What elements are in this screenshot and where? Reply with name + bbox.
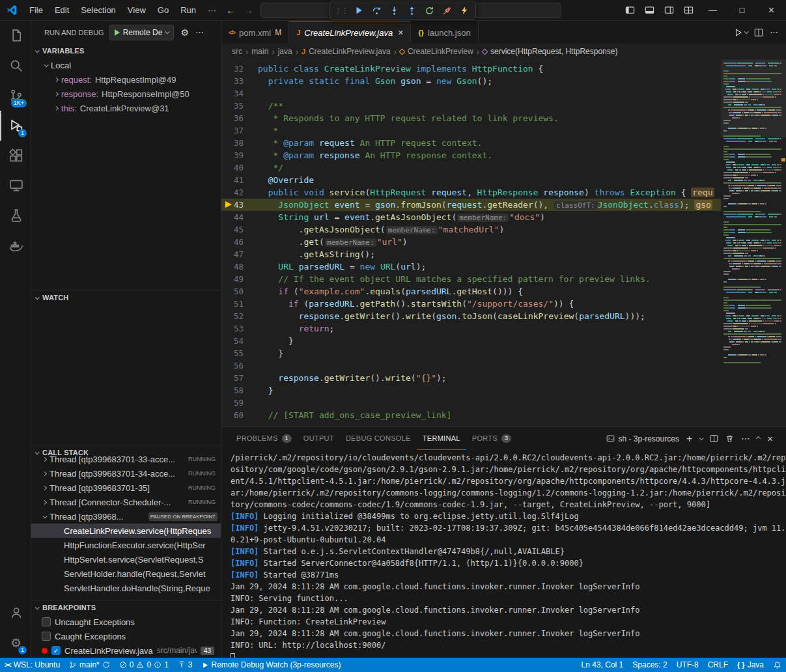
menu-file[interactable]: File — [23, 3, 49, 18]
tab-ports[interactable]: PORTS 3 — [466, 427, 518, 450]
encoding-indicator[interactable]: UTF-8 — [672, 658, 703, 672]
code-line-44[interactable]: 44 String url = event.getAsJsonObject(me… — [221, 211, 721, 223]
line-number[interactable]: 49 — [221, 273, 258, 285]
line-number[interactable]: 57 — [221, 372, 258, 384]
split-editor-icon[interactable] — [754, 28, 763, 37]
line-number[interactable]: 58 — [221, 384, 258, 397]
code-line-33[interactable]: 33 private static final Gson gson = new … — [221, 75, 721, 87]
line-number[interactable]: 53 — [221, 322, 258, 335]
callstack-thread[interactable]: Thread [qtp399683701-33-acce...RUNNING — [31, 452, 221, 466]
breadcrumb-main[interactable]: main — [251, 47, 268, 56]
line-number[interactable]: 45 — [221, 223, 258, 236]
line-number[interactable]: 54 — [221, 335, 258, 347]
breadcrumb-file[interactable]: CreateLinkPreview.java — [309, 47, 390, 56]
terminal-profile-chevron-icon[interactable] — [699, 436, 704, 440]
indentation-indicator[interactable]: Spaces: 2 — [628, 658, 671, 672]
code-pane[interactable]: 32public class CreateLinkPreview impleme… — [221, 59, 721, 427]
code-line-43[interactable]: 43 JsonObject event = gson.fromJson(requ… — [221, 199, 721, 211]
breadcrumb-method[interactable]: service(HttpRequest, HttpResponse) — [490, 47, 617, 56]
variable-this[interactable]: this:CreateLinkPreview@31 — [31, 101, 221, 115]
run-java-button[interactable] — [734, 28, 748, 37]
language-mode[interactable]: { } Java — [733, 658, 768, 672]
breakpoint-caught-exceptions[interactable]: Caught Exceptions — [31, 629, 221, 643]
code-line-49[interactable]: 49 // If the event object URL matches a … — [221, 273, 721, 285]
breakpoints-section-header[interactable]: BREAKPOINTS — [31, 600, 221, 615]
line-number[interactable]: 36 — [221, 112, 258, 124]
toggle-secondary-sidebar-icon[interactable] — [659, 0, 679, 20]
variable-response[interactable]: response:HttpResponseImpl@50 — [31, 87, 221, 101]
line-number[interactable]: 42 — [221, 186, 258, 199]
code-line-37[interactable]: 37 * — [221, 124, 721, 137]
line-number[interactable]: 43 — [221, 199, 258, 211]
ports-indicator[interactable]: 3 — [173, 658, 197, 672]
line-number[interactable]: 56 — [221, 359, 258, 372]
checkbox-unchecked[interactable] — [42, 617, 51, 626]
code-line-51[interactable]: 51 if (parsedURL.getPath().startsWith("/… — [221, 298, 721, 310]
checkbox-unchecked[interactable] — [42, 632, 51, 641]
panel-more-actions-icon[interactable]: ⋯ — [741, 434, 750, 443]
debug-disconnect-button[interactable] — [438, 3, 455, 18]
breadcrumb-class[interactable]: CreateLinkPreview — [408, 47, 473, 56]
tab-terminal[interactable]: TERMINAL — [417, 427, 466, 450]
menu-more[interactable]: ··· — [202, 3, 222, 18]
code-line-41[interactable]: 41 @Override — [221, 174, 721, 186]
code-line-58[interactable]: 58 } — [221, 384, 721, 397]
callstack-thread[interactable]: Thread [qtp39968...PAUSED ON BREAKPOINT — [31, 509, 221, 524]
breadcrumb-src[interactable]: src — [232, 47, 242, 56]
code-line-45[interactable]: 45 .getAsJsonObject(memberName:"matchedU… — [221, 223, 721, 236]
editor-more-actions-icon[interactable]: ⋯ — [770, 27, 778, 37]
menu-run[interactable]: Run — [175, 3, 202, 18]
breadcrumb-java[interactable]: java — [278, 47, 292, 56]
code-editor[interactable]: 32public class CreateLinkPreview impleme… — [221, 59, 786, 427]
new-terminal-button[interactable]: + — [686, 433, 692, 445]
breakpoint-item[interactable]: ✓ CreateLinkPreview.java src/main/java 4… — [31, 643, 221, 658]
code-line-47[interactable]: 47 .getAsString(); — [221, 248, 721, 260]
code-line-57[interactable]: 57 response.getWriter().write("{}"); — [221, 372, 721, 384]
line-number[interactable]: 60 — [221, 409, 258, 421]
debug-toolbar-grip[interactable]: ⋮⋮ — [333, 7, 350, 15]
tab-pom-xml[interactable]: </> pom.xml M — [221, 21, 289, 44]
problems-indicator[interactable]: 0 0 1 — [115, 658, 173, 672]
line-number[interactable]: 35 — [221, 100, 258, 112]
debug-step-out-button[interactable] — [403, 3, 420, 18]
line-number[interactable]: 39 — [221, 149, 258, 161]
line-number[interactable]: 38 — [221, 137, 258, 149]
callstack-thread[interactable]: Thread [qtp399683701-35]RUNNING — [31, 481, 221, 495]
code-line-38[interactable]: 38 * @param request An HTTP request cont… — [221, 137, 721, 149]
variables-scope-local[interactable]: Local — [31, 58, 221, 72]
code-line-48[interactable]: 48 URL parsedURL = new URL(url); — [221, 260, 721, 273]
navigate-forward-icon[interactable]: → — [240, 5, 257, 16]
debug-status[interactable]: Remote Debug Watch (3p-resources) — [197, 658, 346, 672]
window-close-button[interactable]: × — [757, 0, 786, 20]
callstack-thread[interactable]: Thread [Connector-Scheduler-...RUNNING — [31, 495, 221, 509]
kill-terminal-trash-icon[interactable] — [725, 434, 734, 443]
callstack-frame[interactable]: HttpServlet.service(ServletRequest,S — [31, 552, 221, 567]
checkbox-checked[interactable]: ✓ — [51, 646, 61, 655]
git-branch-indicator[interactable]: main* — [64, 658, 115, 672]
callstack-frame[interactable]: CreateLinkPreview.service(HttpReques — [31, 524, 221, 538]
callstack-frame[interactable]: ServletHandler.doHandle(String,Reque — [31, 581, 221, 595]
code-line-60[interactable]: 60 // [START add_ons_case_preview_link] — [221, 409, 721, 421]
code-line-56[interactable]: 56 — [221, 359, 721, 372]
tab-debug-console[interactable]: DEBUG CONSOLE — [340, 427, 417, 450]
customize-layout-icon[interactable] — [679, 0, 698, 20]
callstack-thread[interactable]: Thread [qtp399683701-34-acce...RUNNING — [31, 466, 221, 481]
line-number[interactable]: 47 — [221, 248, 258, 260]
activity-source-control-icon[interactable]: 1K+ — [0, 81, 31, 111]
code-line-54[interactable]: 54 } — [221, 335, 721, 347]
debug-settings-gear-icon[interactable]: ⚙ — [180, 28, 189, 37]
menu-view[interactable]: View — [122, 3, 152, 18]
terminal-instance[interactable]: sh - 3p-resources — [606, 434, 679, 443]
navigate-back-icon[interactable]: ← — [222, 5, 240, 16]
line-number[interactable]: 33 — [221, 75, 258, 87]
callstack-frame[interactable]: ServletHolder.handle(Request,Servlet — [31, 567, 221, 581]
tab-output[interactable]: OUTPUT — [298, 427, 340, 450]
code-line-55[interactable]: 55 } — [221, 347, 721, 359]
line-number[interactable]: 59 — [221, 397, 258, 409]
sidebar-more-actions-icon[interactable]: ⋯ — [195, 27, 204, 37]
maximize-panel-chevron-icon[interactable] — [756, 436, 761, 441]
line-number[interactable]: 32 — [221, 63, 258, 75]
remote-indicator[interactable]: >< WSL: Ubuntu — [0, 658, 64, 672]
code-line-46[interactable]: 46 .get(memberName:"url") — [221, 236, 721, 248]
debug-step-into-button[interactable] — [386, 3, 402, 18]
